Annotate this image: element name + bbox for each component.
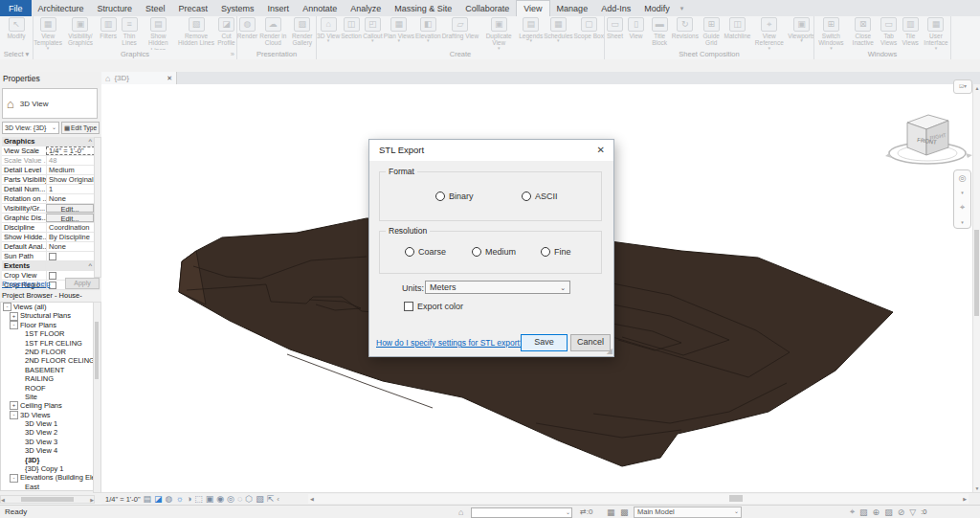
scroll-down-icon[interactable]: ▼ [973,485,980,491]
ribbon-tab[interactable]: Add-Ins [594,0,637,16]
ribbon-button[interactable]: ▭ Sheet▾ [605,17,625,39]
lock-3d-view-icon[interactable]: ◉ [216,493,224,505]
property-row[interactable]: DisciplineCoordination [2,223,100,233]
property-row[interactable]: Graphic Dis...Edit... [2,214,100,223]
ribbon-button[interactable]: ⌖ View Reference▾ [750,17,789,50]
tree-expand-icon[interactable]: + [10,312,18,321]
tree-expand-icon[interactable] [16,340,23,347]
zoom-icon[interactable]: ⌖ [960,202,965,213]
tree-item[interactable]: {3D} Copy 1 [1,464,94,473]
tree-item[interactable]: - 3D Views [1,411,94,419]
ribbon-button[interactable]: ↖ Modify▾ [7,17,27,39]
tree-item[interactable]: RAILING [1,374,94,383]
navigation-bar[interactable]: ◎ ▾ ⌖ ▾ [953,169,971,229]
ribbon-button[interactable]: ▣ Duplicate View▾ [479,17,518,50]
ribbon-tab[interactable]: Massing & Site [388,0,458,16]
worksharing-display-icon[interactable]: ▦ [607,507,615,517]
tree-item[interactable]: - Elevations (Building Eleva [1,473,94,482]
tree-expand-icon[interactable] [16,394,23,400]
design-options-icon[interactable]: ▩ [620,507,629,517]
ribbon-tab[interactable]: View [516,0,549,16]
scroll-up-icon[interactable]: ▲ [973,85,980,91]
tree-item[interactable]: 1ST FLOOR [1,329,94,338]
ribbon-button[interactable]: ☁ Render in Cloud▾ [258,17,288,47]
vcb-collapse-icon[interactable]: ‹ [277,495,279,504]
tree-expand-icon[interactable] [16,439,23,445]
tree-expand-icon[interactable]: + [10,401,18,410]
temporary-view-properties-icon[interactable]: ▧ [256,493,264,505]
ribbon-button[interactable]: ▭ Tab Views▾ [879,17,900,47]
select-by-face-icon[interactable]: ▨ [884,507,893,517]
property-row[interactable]: Extents^ [2,261,100,271]
ribbon-button[interactable]: ◫ Matchline▾ [725,17,749,39]
ribbon-button[interactable]: ▦ Schedules▾ [544,17,572,42]
project-browser-scrollbar[interactable] [93,302,101,493]
save-button[interactable]: Save [521,334,568,351]
close-view-icon[interactable]: ✕ [167,75,172,82]
ribbon-tab[interactable]: Collaborate [458,0,516,16]
ribbon-button[interactable]: ◪ Cut Profile▾ [216,17,236,47]
ribbon-button[interactable]: ◰ Callout▾ [363,17,383,42]
shadows-icon[interactable]: ◑ [187,493,191,505]
ribbon-button[interactable]: ▤ Legends▾ [519,17,543,42]
dialog-title-bar[interactable]: STL Export ✕ [369,140,613,161]
ribbon-button[interactable]: ⊞ Switch Windows▾ [814,17,848,50]
design-option-combobox[interactable]: Main Model⌄ [634,507,742,518]
canvas-vscrollbar[interactable]: ▲ ▼ [972,84,980,492]
tree-item[interactable]: ROOF [1,384,94,393]
tree-item[interactable]: 3D View 2 [1,428,94,437]
ribbon-tab[interactable]: Precast [172,0,215,16]
tree-expand-icon[interactable]: - [10,474,18,483]
ribbon-button[interactable]: ↻ Revisions▾ [673,17,697,39]
select-underlay-icon[interactable]: ▧ [859,507,868,517]
property-row[interactable]: Default Anal...None [2,242,100,252]
editing-requests-indicator[interactable]: ⇄:0 [580,507,592,516]
tree-item[interactable]: 2ND FLOOR CELING [1,356,94,365]
ribbon-button[interactable]: ▧ Remove Hidden Lines▾ [177,17,215,47]
ribbon-tab[interactable]: Structure [91,0,140,16]
tree-expand-icon[interactable]: - [10,321,18,329]
property-row[interactable]: Sun Path [2,252,100,261]
radio-ascii[interactable]: ASCII [522,191,558,201]
radio-fine[interactable]: Fine [541,247,571,257]
viewcube[interactable]: FRONT RIGHT [884,103,976,172]
ribbon-button[interactable]: ▣ Visibility/ Graphics▾ [63,17,97,47]
properties-scrollbar[interactable] [94,137,101,278]
tree-expand-icon[interactable]: - [3,303,11,311]
ribbon-button[interactable]: ⌂ 3D View▾ [317,17,340,42]
selection-filter-icon[interactable]: ▽ [909,507,916,517]
ribbon-tab[interactable]: Modify [637,0,677,16]
stl-help-link[interactable]: How do I specify settings for STL export… [376,338,524,348]
property-row[interactable]: Parts VisibilityShow Original [2,175,100,185]
sun-path-icon[interactable]: ☼ [175,493,183,505]
tree-expand-icon[interactable] [16,430,23,437]
ribbon-button[interactable]: ≡ Thin Lines▾ [120,17,140,47]
scroll-right-icon[interactable]: ▶ [963,496,967,502]
active-workset-combobox[interactable]: ⌄ [471,507,572,518]
ribbon-tab[interactable]: File [0,0,32,16]
resize-grip-icon[interactable]: ◢ [607,347,612,355]
view-tab-3d[interactable]: ⌂ {3D} ✕ [101,72,177,84]
properties-help-link[interactable]: Properties help [2,280,50,288]
render-dialog-icon[interactable]: ◍ [166,493,173,505]
qat-overflow-icon[interactable]: ▾ [677,0,688,16]
tree-item[interactable]: {3D} [1,456,94,464]
property-row[interactable]: Visibility/Gr...Edit... [2,204,100,214]
tree-item[interactable]: 2ND FLOOR [1,348,94,356]
apply-button[interactable]: Apply [65,278,100,289]
tree-expand-icon[interactable] [16,330,23,337]
ribbon-button[interactable]: ⊠ Close Inactive▾ [849,17,878,47]
export-color-checkbox[interactable]: Export color [404,302,463,311]
reveal-hidden-elements-icon[interactable]: ◌ [237,493,242,505]
edit-type-button[interactable]: ▦ Edit Type [61,122,100,134]
properties-header[interactable]: Properties [0,72,104,86]
ribbon-button[interactable]: ▦ User Interface▾ [922,17,950,50]
property-row[interactable]: View Scale1/4" = 1'-0" [2,146,100,156]
ribbon-tab[interactable]: Annotate [296,0,344,16]
radio-medium[interactable]: Medium [472,247,516,257]
ribbon-button[interactable]: ▢ Scope Box▾ [574,17,604,39]
tree-expand-icon[interactable] [16,457,23,463]
drag-on-selection-icon[interactable]: ⊘ [898,507,905,517]
navbar-collapsed-icon[interactable]: ⊡▾ [953,79,972,94]
tree-expand-icon[interactable] [16,375,23,382]
